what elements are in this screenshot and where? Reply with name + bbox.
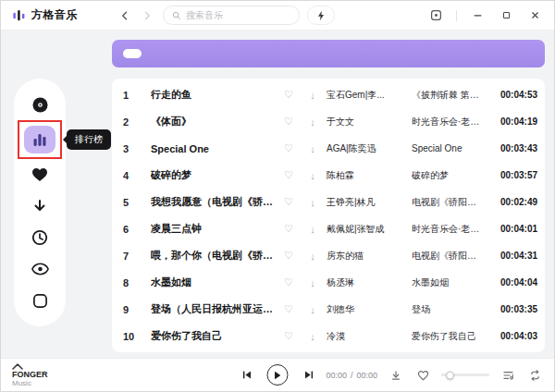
listen-recognize-icon[interactable]	[307, 6, 335, 25]
song-rank: 7	[123, 251, 147, 262]
like-icon[interactable]: ♡	[278, 196, 299, 208]
sidebar-item-player-disc-icon[interactable]	[30, 94, 50, 115]
song-artist[interactable]: 宝石Gem|李...	[327, 89, 408, 102]
song-row[interactable]: 10 爱你伤了我自己 ♡ ↓ 冷漠 爱你伤了我自己 00:04:03	[112, 323, 545, 349]
download-icon[interactable]: ↓	[302, 304, 323, 315]
download-icon[interactable]: ↓	[302, 331, 323, 342]
like-icon[interactable]: ♡	[278, 276, 299, 288]
song-artist[interactable]: 于文文	[327, 116, 408, 129]
forward-icon[interactable]	[139, 7, 155, 24]
chart-tab[interactable]	[459, 49, 477, 58]
song-album[interactable]: 爱你伤了我自己	[412, 330, 482, 343]
song-row[interactable]: 8 水墨如烟 ♡ ↓ 杨丞琳 水墨如烟 00:04:04	[112, 269, 545, 296]
song-row[interactable]: 3 Special One ♡ ↓ AGA|陈奕迅 Special One 00…	[112, 135, 545, 162]
download-icon[interactable]: ↓	[302, 197, 323, 208]
song-row[interactable]: 5 我想我愿意（电视剧《骄阳伴我》... ♡ ↓ 王铮亮|林凡 电视剧《骄阳伴我…	[112, 189, 545, 215]
previous-track-icon[interactable]	[239, 367, 255, 384]
chart-tab[interactable]	[235, 49, 253, 58]
download-icon[interactable]: ↓	[302, 224, 323, 235]
minimize-icon[interactable]	[469, 7, 486, 24]
song-row[interactable]: 7 喂，那个你（电视剧《骄阳伴我》... ♡ ↓ 房东的猫 电视剧《骄阳伴我》影…	[112, 242, 545, 269]
song-artist[interactable]: 陈柏霖	[327, 169, 408, 182]
download-icon[interactable]: ↓	[302, 116, 323, 128]
song-duration: 00:04:31	[486, 251, 537, 261]
maximize-icon[interactable]	[498, 7, 514, 24]
play-mode-icon[interactable]	[526, 367, 543, 384]
song-title[interactable]: 《体面》	[151, 115, 275, 129]
song-title[interactable]: 行走的鱼	[151, 88, 275, 102]
download-icon[interactable]: ↓	[302, 143, 323, 154]
next-track-icon[interactable]	[301, 367, 317, 384]
play-icon[interactable]	[267, 364, 289, 386]
player-download-icon[interactable]	[388, 367, 404, 384]
song-row[interactable]: 2 《体面》 ♡ ↓ 于文文 时光音乐会·老友记 第1期 00:04:19	[112, 108, 545, 135]
song-title[interactable]: 喂，那个你（电视剧《骄阳伴我》...	[151, 249, 275, 263]
close-icon[interactable]	[526, 7, 543, 24]
song-title[interactable]: 凌晨三点钟	[151, 222, 275, 236]
back-icon[interactable]	[117, 7, 133, 24]
like-icon[interactable]: ♡	[278, 169, 299, 181]
like-icon[interactable]: ♡	[278, 223, 299, 235]
song-album[interactable]: 破碎的梦	[412, 169, 482, 182]
download-icon[interactable]: ↓	[302, 277, 323, 288]
song-album[interactable]: 时光音乐会·老友记 第1期	[412, 116, 482, 129]
song-title[interactable]: 登场（人民日报杭州亚运主题曲）	[151, 302, 275, 316]
like-icon[interactable]: ♡	[278, 89, 299, 101]
song-row[interactable]: 4 破碎的梦 ♡ ↓ 陈柏霖 破碎的梦 00:03:57	[112, 162, 545, 189]
volume-slider[interactable]	[441, 374, 489, 376]
now-playing-subtitle: Music	[12, 380, 31, 387]
song-title[interactable]: 水墨如烟	[151, 276, 275, 289]
song-title[interactable]: Special One	[151, 143, 275, 154]
download-icon[interactable]: ↓	[302, 170, 323, 181]
now-playing[interactable]: FONGER Music	[12, 363, 48, 387]
song-album[interactable]: Special One	[412, 143, 482, 153]
search-input[interactable]	[186, 10, 290, 20]
song-artist[interactable]: 戴佩妮|张智成	[327, 223, 408, 236]
sidebar-item-favorites-icon[interactable]	[30, 165, 50, 185]
theme-skin-icon[interactable]	[427, 7, 444, 24]
song-row[interactable]: 6 凌晨三点钟 ♡ ↓ 戴佩妮|张智成 时光音乐会·老友记 第3期 00:04:…	[112, 215, 545, 242]
song-album[interactable]: 电视剧《骄阳伴我》影视原声带	[412, 196, 482, 209]
download-icon[interactable]: ↓	[302, 90, 323, 101]
song-album[interactable]: 登场	[412, 303, 482, 316]
sidebar-item-recent-icon[interactable]	[30, 227, 50, 248]
song-album[interactable]: 《披荆斩棘 第三季》 第4期	[412, 89, 482, 102]
volume-knob[interactable]	[446, 371, 454, 379]
chart-tab[interactable]	[179, 49, 198, 58]
like-icon[interactable]: ♡	[278, 250, 299, 262]
song-album[interactable]: 时光音乐会·老友记 第3期	[412, 223, 482, 236]
song-artist[interactable]: 刘德华	[327, 303, 408, 316]
player-like-icon[interactable]	[414, 367, 431, 384]
chart-tab[interactable]	[123, 49, 142, 58]
like-icon[interactable]: ♡	[278, 330, 299, 342]
chart-tab[interactable]	[515, 49, 534, 58]
song-album[interactable]: 水墨如烟	[412, 276, 482, 289]
download-icon[interactable]: ↓	[302, 251, 323, 262]
playlist-icon[interactable]	[500, 367, 516, 384]
song-artist[interactable]: AGA|陈奕迅	[327, 142, 408, 155]
like-icon[interactable]: ♡	[278, 142, 299, 154]
chart-tab[interactable]	[403, 49, 422, 58]
chart-tab[interactable]	[291, 49, 310, 58]
app-logo-icon	[12, 8, 26, 22]
expand-chevron-up-icon[interactable]	[12, 363, 23, 370]
like-icon[interactable]: ♡	[278, 116, 299, 128]
song-title[interactable]: 破碎的梦	[151, 168, 275, 182]
song-title[interactable]: 我想我愿意（电视剧《骄阳伴我》...	[151, 195, 275, 209]
song-artist[interactable]: 冷漠	[327, 330, 408, 343]
song-title[interactable]: 爱你伤了我自己	[151, 329, 275, 343]
sidebar-item-download-icon[interactable]	[30, 196, 50, 216]
song-row[interactable]: 9 登场（人民日报杭州亚运主题曲） ♡ ↓ 刘德华 登场 00:03:35	[112, 296, 545, 323]
song-artist[interactable]: 杨丞琳	[327, 276, 408, 289]
song-row[interactable]: 1 行走的鱼 ♡ ↓ 宝石Gem|李... 《披荆斩棘 第三季》 第4期 00:…	[112, 81, 545, 108]
song-artist[interactable]: 王铮亮|林凡	[327, 196, 408, 209]
like-icon[interactable]: ♡	[278, 303, 299, 315]
sidebar-item-mv-icon[interactable]	[30, 259, 50, 279]
sidebar-item-ranking-icon[interactable]: 排行榜	[24, 126, 56, 153]
sidebar-item-profile-icon[interactable]	[30, 290, 50, 311]
search-box[interactable]	[163, 6, 300, 25]
chart-tab[interactable]	[347, 49, 365, 58]
song-album[interactable]: 电视剧《骄阳伴我》影视原声带	[412, 250, 482, 263]
song-duration: 00:03:57	[486, 170, 537, 180]
song-artist[interactable]: 房东的猫	[327, 250, 408, 263]
